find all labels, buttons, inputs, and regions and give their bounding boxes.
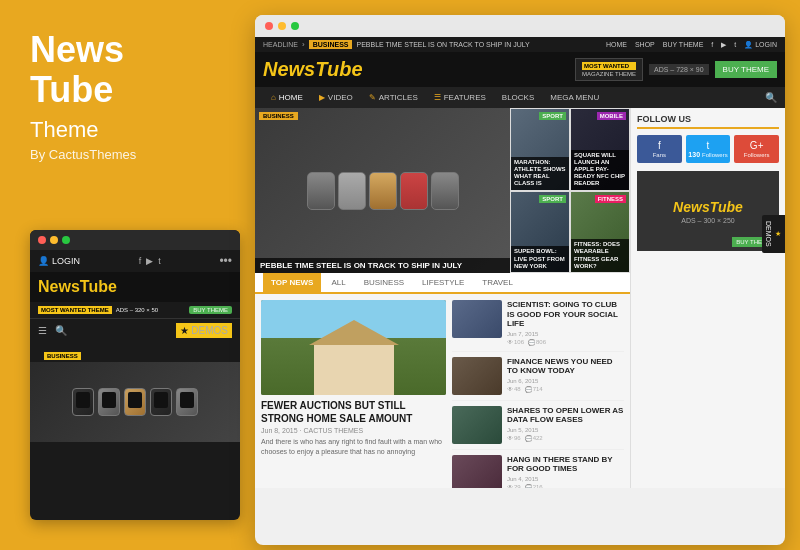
tab-lifestyle[interactable]: LIFESTYLE bbox=[414, 273, 472, 292]
home-link[interactable]: HOME bbox=[606, 41, 627, 48]
views-0: 👁 106 bbox=[507, 339, 524, 346]
news-item-0: SCIENTIST: GOING TO CLUB IS GOOD FOR YOU… bbox=[452, 300, 624, 352]
search-icon[interactable]: 🔍 bbox=[55, 325, 67, 336]
comments-1: 💬 714 bbox=[525, 386, 543, 393]
news-title-1[interactable]: FINANCE NEWS YOU NEED TO KNOW TODAY bbox=[507, 357, 624, 376]
views-2: 👁 96 bbox=[507, 435, 521, 442]
nav-blocks[interactable]: BLOCKS bbox=[494, 87, 542, 108]
news-title-2[interactable]: SHARES TO OPEN LOWER AS DATA FLOW EASES bbox=[507, 406, 624, 425]
demos-btn[interactable]: ★ DEMOS bbox=[176, 323, 232, 338]
hero-side-item-3: FITNESS FITNESS: DOES WEARABLE FITNESS G… bbox=[570, 191, 630, 274]
nav-search-icon[interactable]: 🔍 bbox=[765, 92, 777, 103]
hero-main-tag[interactable]: BUSINESS bbox=[259, 112, 298, 120]
top-login[interactable]: 👤 LOGIN bbox=[744, 41, 777, 49]
news-title-0[interactable]: SCIENTIST: GOING TO CLUB IS GOOD FOR YOU… bbox=[507, 300, 624, 329]
facebook-btn[interactable]: f Fans bbox=[637, 135, 682, 163]
views-1: 👁 48 bbox=[507, 386, 521, 393]
facebook-label: Fans bbox=[653, 152, 666, 158]
top-facebook-icon[interactable]: f bbox=[711, 41, 713, 48]
headline-label: HEADLINE bbox=[263, 41, 298, 48]
comments-2: 💬 422 bbox=[525, 435, 543, 442]
business-tag: BUSINESS bbox=[44, 352, 81, 360]
header-buy-btn[interactable]: BUY THEME bbox=[715, 61, 777, 78]
hero-side-grid: SPORT MARATHON: ATHLETE SHOWS WHAT REAL … bbox=[510, 108, 630, 273]
maximize-dot[interactable] bbox=[62, 236, 70, 244]
small-browser-titlebar bbox=[30, 230, 240, 250]
news-stats-1: 👁 48 💬 714 bbox=[507, 386, 624, 393]
hero-tag-0[interactable]: SPORT bbox=[539, 112, 566, 120]
small-top-nav: 👤 LOGIN f ▶ t ••• bbox=[30, 250, 240, 272]
tab-top-news[interactable]: TOP NEWS bbox=[263, 273, 321, 292]
top-bar-left: HEADLINE › BUSINESS PEBBLE TIME STEEL IS… bbox=[263, 40, 530, 49]
small-logo: NewsTube bbox=[38, 278, 117, 296]
hero-watch-1 bbox=[307, 172, 335, 210]
twitter-btn[interactable]: t 130 Followers bbox=[686, 135, 731, 163]
close-dot[interactable] bbox=[38, 236, 46, 244]
news-tabs: TOP NEWS ALL BUSINESS LIFESTYLE TRAVEL bbox=[255, 273, 630, 294]
small-buy-btn[interactable]: BUY THEME bbox=[189, 306, 232, 314]
featured-title[interactable]: FEWER AUCTIONS BUT STILL STRONG HOME SAL… bbox=[261, 399, 446, 425]
news-items-list: SCIENTIST: GOING TO CLUB IS GOOD FOR YOU… bbox=[452, 300, 624, 488]
hero-caption-2: SUPER BOWL: LIVE POST FROM NEW YORK bbox=[511, 246, 569, 272]
small-logo-area: NewsTube bbox=[30, 272, 240, 302]
social-links: f ▶ t bbox=[139, 256, 161, 266]
twitter-icon[interactable]: t bbox=[158, 256, 161, 266]
news-img-3 bbox=[452, 455, 502, 488]
small-nav-icons: ☰ 🔍 ★ DEMOS bbox=[30, 318, 240, 342]
news-stats-3: 👁 29 💬 216 bbox=[507, 484, 624, 488]
small-watches-image bbox=[30, 362, 240, 442]
top-twitter-icon[interactable]: t bbox=[734, 41, 736, 48]
google-icon-btn: G+ bbox=[736, 140, 777, 151]
nav-articles[interactable]: ✎ ARTICLES bbox=[361, 87, 426, 108]
google-btn[interactable]: G+ Followers bbox=[734, 135, 779, 163]
hamburger-icon[interactable]: ☰ bbox=[38, 325, 47, 336]
news-title-3[interactable]: HANG IN THERE STAND BY FOR GOOD TIMES bbox=[507, 455, 624, 474]
sidebar-ad-size: ADS – 300 × 250 bbox=[681, 217, 735, 224]
max-dot-main[interactable] bbox=[291, 22, 299, 30]
top-bar-tag[interactable]: BUSINESS bbox=[309, 40, 353, 49]
tab-business[interactable]: BUSINESS bbox=[356, 273, 412, 292]
watch-2 bbox=[98, 388, 120, 416]
featured-image bbox=[261, 300, 446, 395]
news-text-0: SCIENTIST: GOING TO CLUB IS GOOD FOR YOU… bbox=[507, 300, 624, 346]
min-dot-main[interactable] bbox=[278, 22, 286, 30]
nav-mega-menu[interactable]: MEGA MENU bbox=[542, 87, 607, 108]
hero-tag-1[interactable]: MOBILE bbox=[597, 112, 626, 120]
hero-side-item-1: MOBILE SQUARE WILL LAUNCH AN APPLE PAY-R… bbox=[570, 108, 630, 191]
watch-4 bbox=[150, 388, 172, 416]
nav-features[interactable]: ☰ FEATURES bbox=[426, 87, 494, 108]
hero-main: BUSINESS PEBBLE TIME STEEL IS ON TRACK T… bbox=[255, 108, 510, 273]
buy-theme-link[interactable]: BUY THEME bbox=[663, 41, 704, 48]
minimize-dot[interactable] bbox=[50, 236, 58, 244]
close-dot-main[interactable] bbox=[265, 22, 273, 30]
nav-home[interactable]: ⌂ HOME bbox=[263, 87, 311, 108]
youtube-icon[interactable]: ▶ bbox=[146, 256, 153, 266]
hero-tag-3[interactable]: FITNESS bbox=[595, 195, 626, 203]
tab-all[interactable]: ALL bbox=[323, 273, 353, 292]
top-bar-text: PEBBLE TIME STEEL IS ON TRACK TO SHIP IN… bbox=[356, 41, 529, 48]
hero-watch-3 bbox=[369, 172, 397, 210]
login-link[interactable]: 👤 LOGIN bbox=[38, 256, 80, 266]
hero-tag-2[interactable]: SPORT bbox=[539, 195, 566, 203]
tab-travel[interactable]: TRAVEL bbox=[474, 273, 521, 292]
content-sidebar: FOLLOW US f Fans t 130 Followers G+ Foll… bbox=[630, 108, 785, 488]
demo-tab[interactable]: ★ DEMOS bbox=[762, 215, 785, 253]
more-options[interactable]: ••• bbox=[219, 254, 232, 268]
top-youtube-icon[interactable]: ▶ bbox=[721, 41, 726, 49]
main-header: NewsTube MOST WANTED MAGAZINE THEME ADS … bbox=[255, 52, 785, 87]
watches-hero-image bbox=[255, 108, 510, 273]
hero-caption-0: MARATHON: ATHLETE SHOWS WHAT REAL CLASS … bbox=[511, 157, 569, 190]
facebook-icon[interactable]: f bbox=[139, 256, 142, 266]
news-img-2 bbox=[452, 406, 502, 444]
news-meta-1: Jun 6, 2015 👁 48 💬 714 bbox=[507, 378, 624, 393]
hero-grid: BUSINESS PEBBLE TIME STEEL IS ON TRACK T… bbox=[255, 108, 630, 273]
house-image bbox=[261, 300, 446, 395]
news-item-2: SHARES TO OPEN LOWER AS DATA FLOW EASES … bbox=[452, 406, 624, 450]
comments-0: 💬 806 bbox=[528, 339, 546, 346]
shop-link[interactable]: SHOP bbox=[635, 41, 655, 48]
nav-video[interactable]: ▶ VIDEO bbox=[311, 87, 361, 108]
ni-bg-0 bbox=[452, 300, 502, 338]
hero-watch-4 bbox=[400, 172, 428, 210]
featured-excerpt: And there is who has any right to find f… bbox=[261, 437, 446, 457]
top-bar-right: HOME SHOP BUY THEME f ▶ t 👤 LOGIN bbox=[606, 41, 777, 49]
